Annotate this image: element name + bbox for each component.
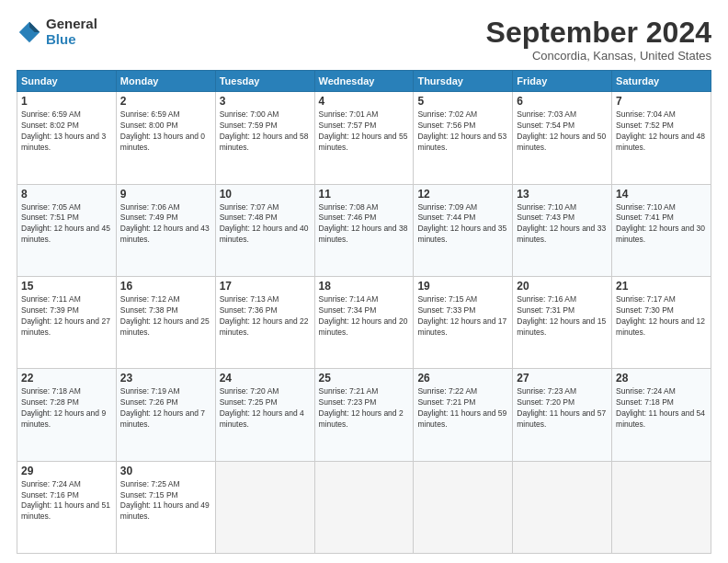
day-number: 23 <box>120 372 211 385</box>
day-info: Sunrise: 7:09 AMSunset: 7:44 PMDaylight:… <box>417 202 508 247</box>
logo-blue: Blue <box>46 32 97 48</box>
day-number: 21 <box>616 280 707 293</box>
day-number: 20 <box>517 280 608 293</box>
calendar-cell: 25Sunrise: 7:21 AMSunset: 7:23 PMDayligh… <box>314 369 414 461</box>
day-number: 6 <box>517 95 608 108</box>
calendar-cell <box>314 461 414 553</box>
day-info: Sunrise: 7:03 AMSunset: 7:54 PMDaylight:… <box>517 109 608 154</box>
day-number: 22 <box>21 372 112 385</box>
day-number: 24 <box>220 372 311 385</box>
day-info: Sunrise: 7:15 AMSunset: 7:33 PMDaylight:… <box>417 294 508 339</box>
calendar-body: 1Sunrise: 6:59 AMSunset: 8:02 PMDaylight… <box>17 92 711 554</box>
calendar-cell: 22Sunrise: 7:18 AMSunset: 7:28 PMDayligh… <box>17 369 117 461</box>
day-number: 1 <box>21 95 112 108</box>
day-number: 10 <box>220 188 311 201</box>
location: Concordia, Kansas, United States <box>486 49 711 63</box>
calendar-cell: 2Sunrise: 6:59 AMSunset: 8:00 PMDaylight… <box>116 92 215 184</box>
day-number: 12 <box>417 188 508 201</box>
day-number: 5 <box>417 95 508 108</box>
calendar-cell: 12Sunrise: 7:09 AMSunset: 7:44 PMDayligh… <box>414 184 513 276</box>
calendar-cell: 29Sunrise: 7:24 AMSunset: 7:16 PMDayligh… <box>17 461 117 553</box>
day-info: Sunrise: 7:02 AMSunset: 7:56 PMDaylight:… <box>417 109 508 154</box>
day-info: Sunrise: 7:22 AMSunset: 7:21 PMDaylight:… <box>417 386 508 431</box>
day-number: 15 <box>21 280 112 293</box>
calendar-cell: 8Sunrise: 7:05 AMSunset: 7:51 PMDaylight… <box>17 184 117 276</box>
day-info: Sunrise: 7:18 AMSunset: 7:28 PMDaylight:… <box>21 386 112 431</box>
day-number: 26 <box>417 372 508 385</box>
day-info: Sunrise: 7:08 AMSunset: 7:46 PMDaylight:… <box>319 202 410 247</box>
calendar-cell: 18Sunrise: 7:14 AMSunset: 7:34 PMDayligh… <box>314 276 414 368</box>
calendar-cell: 3Sunrise: 7:00 AMSunset: 7:59 PMDaylight… <box>215 92 314 184</box>
day-number: 8 <box>21 188 112 201</box>
day-info: Sunrise: 7:12 AMSunset: 7:38 PMDaylight:… <box>120 294 211 339</box>
day-info: Sunrise: 7:11 AMSunset: 7:39 PMDaylight:… <box>21 294 112 339</box>
calendar-cell: 21Sunrise: 7:17 AMSunset: 7:30 PMDayligh… <box>612 276 711 368</box>
day-info: Sunrise: 7:07 AMSunset: 7:48 PMDaylight:… <box>220 202 311 247</box>
calendar-row: 22Sunrise: 7:18 AMSunset: 7:28 PMDayligh… <box>17 369 711 461</box>
day-number: 19 <box>417 280 508 293</box>
day-number: 25 <box>319 372 410 385</box>
calendar-cell <box>215 461 314 553</box>
logo-text: General Blue <box>46 17 97 47</box>
calendar-row: 8Sunrise: 7:05 AMSunset: 7:51 PMDaylight… <box>17 184 711 276</box>
day-info: Sunrise: 7:23 AMSunset: 7:20 PMDaylight:… <box>517 386 608 431</box>
day-info: Sunrise: 7:24 AMSunset: 7:18 PMDaylight:… <box>616 386 707 431</box>
calendar-row: 29Sunrise: 7:24 AMSunset: 7:16 PMDayligh… <box>17 461 711 553</box>
col-monday: Monday <box>116 71 215 92</box>
day-number: 30 <box>120 465 211 477</box>
day-info: Sunrise: 6:59 AMSunset: 8:02 PMDaylight:… <box>21 109 112 154</box>
header: General Blue September 2024 Concordia, K… <box>17 17 711 63</box>
day-number: 2 <box>120 95 211 108</box>
day-info: Sunrise: 7:21 AMSunset: 7:23 PMDaylight:… <box>319 386 410 431</box>
calendar-header: Sunday Monday Tuesday Wednesday Thursday… <box>17 71 711 92</box>
calendar-row: 15Sunrise: 7:11 AMSunset: 7:39 PMDayligh… <box>17 276 711 368</box>
month-title: September 2024 <box>486 17 711 49</box>
calendar-cell: 14Sunrise: 7:10 AMSunset: 7:41 PMDayligh… <box>612 184 711 276</box>
calendar-cell: 16Sunrise: 7:12 AMSunset: 7:38 PMDayligh… <box>116 276 215 368</box>
calendar-cell <box>513 461 612 553</box>
logo-icon <box>17 19 42 45</box>
day-info: Sunrise: 7:17 AMSunset: 7:30 PMDaylight:… <box>616 294 707 339</box>
day-number: 7 <box>616 95 707 108</box>
calendar-cell: 6Sunrise: 7:03 AMSunset: 7:54 PMDaylight… <box>513 92 612 184</box>
day-info: Sunrise: 7:13 AMSunset: 7:36 PMDaylight:… <box>220 294 311 339</box>
logo-general: General <box>46 17 97 32</box>
col-sunday: Sunday <box>17 71 117 92</box>
col-friday: Friday <box>513 71 612 92</box>
day-number: 18 <box>319 280 410 293</box>
logo: General Blue <box>17 17 97 47</box>
calendar-cell: 11Sunrise: 7:08 AMSunset: 7:46 PMDayligh… <box>314 184 414 276</box>
day-number: 14 <box>616 188 707 201</box>
calendar-cell: 24Sunrise: 7:20 AMSunset: 7:25 PMDayligh… <box>215 369 314 461</box>
calendar-cell: 27Sunrise: 7:23 AMSunset: 7:20 PMDayligh… <box>513 369 612 461</box>
calendar-cell: 19Sunrise: 7:15 AMSunset: 7:33 PMDayligh… <box>414 276 513 368</box>
day-number: 4 <box>319 95 410 108</box>
day-info: Sunrise: 7:10 AMSunset: 7:41 PMDaylight:… <box>616 202 707 247</box>
day-info: Sunrise: 7:00 AMSunset: 7:59 PMDaylight:… <box>220 109 311 154</box>
day-info: Sunrise: 7:04 AMSunset: 7:52 PMDaylight:… <box>616 109 707 154</box>
calendar-cell: 9Sunrise: 7:06 AMSunset: 7:49 PMDaylight… <box>116 184 215 276</box>
calendar-cell <box>414 461 513 553</box>
calendar-cell: 30Sunrise: 7:25 AMSunset: 7:15 PMDayligh… <box>116 461 215 553</box>
calendar-cell: 15Sunrise: 7:11 AMSunset: 7:39 PMDayligh… <box>17 276 117 368</box>
col-saturday: Saturday <box>612 71 711 92</box>
header-row: Sunday Monday Tuesday Wednesday Thursday… <box>17 71 711 92</box>
calendar: Sunday Monday Tuesday Wednesday Thursday… <box>17 70 711 554</box>
day-number: 11 <box>319 188 410 201</box>
col-thursday: Thursday <box>414 71 513 92</box>
day-info: Sunrise: 7:19 AMSunset: 7:26 PMDaylight:… <box>120 386 211 431</box>
calendar-cell <box>612 461 711 553</box>
col-tuesday: Tuesday <box>215 71 314 92</box>
day-info: Sunrise: 7:16 AMSunset: 7:31 PMDaylight:… <box>517 294 608 339</box>
day-number: 27 <box>517 372 608 385</box>
day-info: Sunrise: 7:01 AMSunset: 7:57 PMDaylight:… <box>319 109 410 154</box>
day-info: Sunrise: 7:05 AMSunset: 7:51 PMDaylight:… <box>21 202 112 247</box>
calendar-cell: 17Sunrise: 7:13 AMSunset: 7:36 PMDayligh… <box>215 276 314 368</box>
day-number: 16 <box>120 280 211 293</box>
day-number: 9 <box>120 188 211 201</box>
day-info: Sunrise: 7:20 AMSunset: 7:25 PMDaylight:… <box>220 386 311 431</box>
calendar-cell: 23Sunrise: 7:19 AMSunset: 7:26 PMDayligh… <box>116 369 215 461</box>
day-number: 13 <box>517 188 608 201</box>
title-section: September 2024 Concordia, Kansas, United… <box>486 17 711 63</box>
calendar-cell: 4Sunrise: 7:01 AMSunset: 7:57 PMDaylight… <box>314 92 414 184</box>
